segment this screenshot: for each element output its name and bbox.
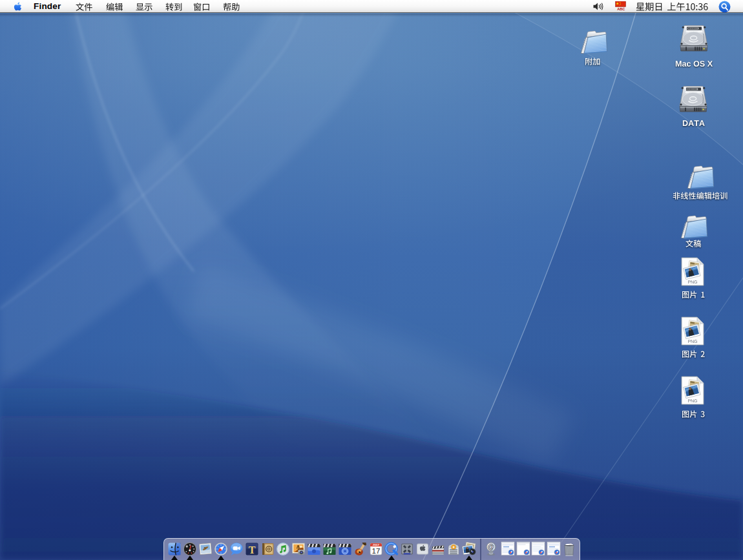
svg-text:ABC: ABC	[617, 7, 625, 11]
